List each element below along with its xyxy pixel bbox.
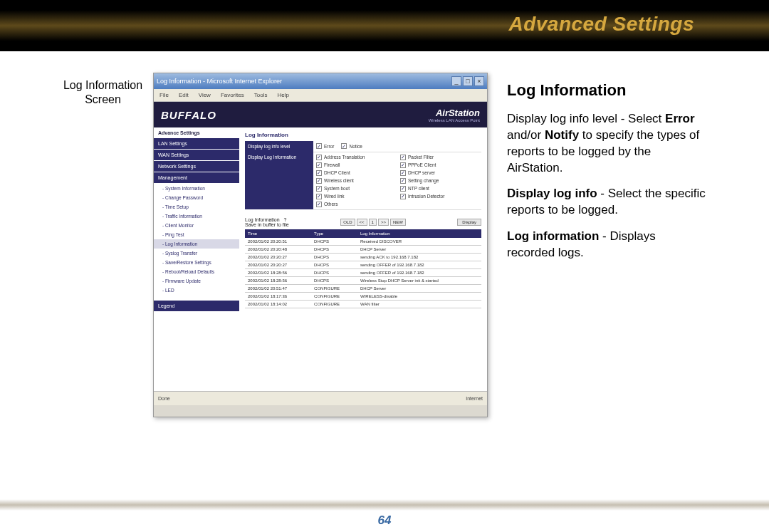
- checkbox-option[interactable]: Wireless client: [316, 178, 394, 184]
- sidebar-subitem[interactable]: - Syslog Transfer: [154, 249, 239, 258]
- log-cell: 2002/01/02 18:14:02: [245, 300, 311, 308]
- desc-p1d: Notify: [545, 128, 579, 142]
- settings-sidebar: Advance Settings LAN SettingsWAN Setting…: [154, 127, 239, 391]
- log-row: 2002/01/02 20:51:47CONFIGUREDHCP Server: [245, 284, 481, 292]
- log-cell: DHCPS: [311, 261, 357, 268]
- display-button[interactable]: Display: [457, 219, 481, 226]
- log-cell: 2002/01/02 18:17:36: [245, 292, 311, 300]
- sidebar-item[interactable]: Management: [154, 172, 239, 184]
- checkbox-icon[interactable]: [400, 194, 406, 199]
- close-button[interactable]: ×: [474, 76, 484, 86]
- checkbox-option[interactable]: Others: [316, 202, 394, 207]
- sidebar-subitem[interactable]: - Firmware Update: [154, 276, 239, 286]
- sidebar-subitem[interactable]: - Time Setup: [154, 202, 239, 212]
- log-cell: WIRELESS-disable: [357, 292, 481, 300]
- sidebar-item[interactable]: WAN Settings: [154, 150, 239, 161]
- checkbox-label: Others: [324, 202, 338, 207]
- sidebar-subitem[interactable]: - LED: [154, 286, 239, 295]
- checkbox-option[interactable]: DHCP server: [400, 170, 478, 176]
- pager-button[interactable]: 1: [369, 219, 377, 226]
- product-name: AirStation: [429, 108, 480, 118]
- log-row: 2002/01/02 20:20:27DHCPSsending ACK to 1…: [245, 253, 481, 261]
- checkbox-option[interactable]: Error: [316, 143, 334, 149]
- checkbox-icon[interactable]: [400, 155, 406, 160]
- log-cell: 2002/01/02 18:28:56: [245, 268, 311, 276]
- checkbox-option[interactable]: Packet Filter: [400, 155, 478, 160]
- sidebar-legend[interactable]: Legend: [154, 301, 239, 311]
- maximize-button[interactable]: □: [463, 76, 473, 86]
- log-cell: sending ACK to 192.168.7.182: [357, 253, 481, 261]
- pager-button[interactable]: NEW: [390, 219, 406, 226]
- menu-item[interactable]: File: [159, 92, 169, 98]
- checkbox-icon[interactable]: [316, 186, 322, 192]
- checkbox-label: Firewall: [324, 162, 340, 167]
- checkbox-icon[interactable]: [316, 143, 322, 149]
- log-cell: sending OFFER of 192.168.7.182: [357, 268, 481, 276]
- menu-item[interactable]: Favorites: [221, 92, 244, 98]
- header-band: Advanced Settings: [0, 0, 769, 51]
- checkbox-option[interactable]: Intrusion Detector: [400, 194, 478, 199]
- log-row: 2002/01/02 20:20:48DHCPSDHCP Server: [245, 245, 481, 253]
- product-subtitle: Wireless LAN Access Point: [429, 118, 480, 122]
- sidebar-item[interactable]: LAN Settings: [154, 138, 239, 150]
- sidebar-subitem[interactable]: - Client Monitor: [154, 221, 239, 230]
- log-cell: 2002/01/02 20:20:27: [245, 261, 311, 268]
- checkbox-icon[interactable]: [316, 155, 322, 160]
- sidebar-subitem[interactable]: - Save/Restore Settings: [154, 258, 239, 267]
- menu-item[interactable]: View: [199, 92, 211, 98]
- menu-item[interactable]: Edit: [179, 92, 189, 98]
- log-column-header: Log Information: [357, 229, 481, 238]
- desc-p1b: Error: [665, 112, 695, 125]
- checkbox-option[interactable]: Notice: [341, 143, 362, 149]
- checkbox-label: System boot: [324, 186, 350, 191]
- log-cell: DHCP Server: [357, 284, 481, 292]
- checkbox-label: Wired link: [324, 194, 345, 199]
- checkbox-icon[interactable]: [400, 178, 406, 184]
- checkbox-option[interactable]: PPPoE Client: [400, 162, 478, 168]
- sidebar-item[interactable]: Network Settings: [154, 161, 239, 172]
- checkbox-icon[interactable]: [316, 178, 322, 184]
- checkbox-icon[interactable]: [400, 162, 406, 168]
- checkbox-option[interactable]: Wired link: [316, 194, 394, 199]
- menu-item[interactable]: Help: [277, 92, 288, 98]
- pager-button[interactable]: <<: [357, 219, 367, 226]
- log-cell: sending OFFER of 192.168.7.182: [357, 261, 481, 268]
- status-left: Done: [158, 396, 170, 401]
- checkbox-option[interactable]: System boot: [316, 186, 394, 192]
- checkbox-icon[interactable]: [316, 170, 322, 176]
- main-panel-title: Log Information: [245, 132, 481, 138]
- sidebar-subitem[interactable]: - Reboot/Reload Defaults: [154, 267, 239, 276]
- minimize-button[interactable]: _: [451, 76, 461, 86]
- checkbox-option[interactable]: Firewall: [316, 162, 394, 168]
- checkbox-icon[interactable]: [400, 170, 406, 176]
- sidebar-subitem[interactable]: - Change Password: [154, 193, 239, 202]
- log-cell: WAN filter: [357, 300, 481, 308]
- checkbox-label: Intrusion Detector: [408, 194, 444, 199]
- checkbox-icon[interactable]: [400, 186, 406, 192]
- pager-button[interactable]: >>: [378, 219, 389, 226]
- sidebar-subitem[interactable]: - Ping Test: [154, 230, 239, 239]
- browser-menubar: FileEditViewFavoritesToolsHelp: [154, 89, 487, 102]
- checkbox-icon[interactable]: [316, 202, 322, 207]
- desc-p2a: Display log info: [507, 187, 597, 200]
- checkbox-icon[interactable]: [341, 143, 347, 149]
- sidebar-subitem[interactable]: - Traffic Information: [154, 212, 239, 221]
- checkbox-option[interactable]: Setting change: [400, 178, 478, 184]
- status-right: Internet: [466, 396, 483, 401]
- sidebar-subitem[interactable]: - Log Information: [154, 239, 239, 249]
- content-area: Log Information Screen Log Information -…: [0, 51, 769, 499]
- log-column-header: Type: [311, 229, 357, 238]
- checkbox-icon[interactable]: [316, 194, 322, 199]
- sidebar-subitem[interactable]: - System Information: [154, 184, 239, 193]
- header-title: Advanced Settings: [508, 13, 694, 36]
- checkbox-option[interactable]: NTP client: [400, 186, 478, 192]
- checkbox-icon[interactable]: [316, 162, 322, 168]
- checkbox-label: DHCP server: [408, 170, 435, 175]
- checkbox-option[interactable]: DHCP Client: [316, 170, 394, 176]
- checkbox-option[interactable]: Address Translation: [316, 155, 394, 160]
- log-section-label: Log Information: [245, 217, 280, 222]
- pager-button[interactable]: OLD: [340, 219, 355, 226]
- log-cell: Received DISCOVER: [357, 238, 481, 246]
- menu-item[interactable]: Tools: [254, 92, 268, 98]
- description-block: Log Information Display log info level -…: [507, 80, 706, 271]
